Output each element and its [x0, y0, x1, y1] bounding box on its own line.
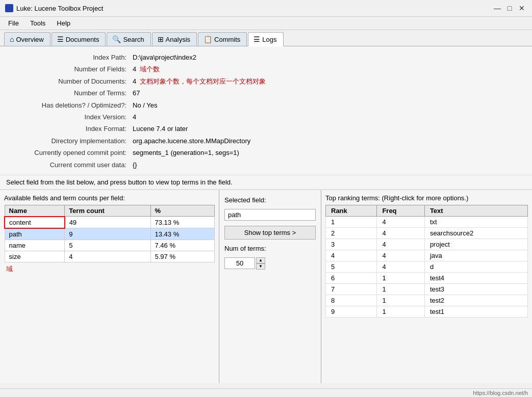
- text-cell: test3: [424, 283, 527, 295]
- rank-cell: 9: [326, 306, 377, 317]
- info-row-terms: Number of Terms: 67: [10, 87, 522, 99]
- spin-up-button[interactable]: ▲: [256, 257, 265, 263]
- label-num-fields: Number of Fields:: [10, 63, 133, 75]
- title-bar-left: Luke: Lucene Toolbox Project: [5, 4, 103, 12]
- minimize-button[interactable]: —: [492, 3, 502, 13]
- analysis-icon: ⊞: [158, 35, 164, 43]
- rank-cell: 8: [326, 295, 377, 306]
- col-termcount: Term count: [65, 205, 150, 217]
- menu-tools[interactable]: Tools: [25, 18, 50, 29]
- field-count-cell: 5: [65, 240, 150, 251]
- field-pct-cell: 73.13 %: [150, 217, 215, 228]
- label-index-path: Index Path:: [10, 51, 133, 63]
- table-row[interactable]: 34project: [326, 239, 528, 250]
- table-row[interactable]: 24searchsource2: [326, 227, 528, 239]
- status-text: https://blog.csdn.net/h: [473, 390, 528, 396]
- field-count-cell: 9: [65, 228, 150, 240]
- text-cell: searchsource2: [424, 227, 527, 239]
- menu-bar: File Tools Help: [0, 17, 532, 30]
- info-row-userdata: Current commit user data: {}: [10, 159, 522, 171]
- app-icon: [5, 4, 13, 12]
- tab-commits[interactable]: 📋 Commits: [198, 32, 247, 46]
- table-row[interactable]: name57.46 %: [5, 240, 215, 251]
- tab-documents[interactable]: ☰ Documents: [52, 32, 106, 46]
- table-row[interactable]: 71test3: [326, 283, 528, 295]
- label-directory: Directory implementation:: [10, 135, 133, 147]
- freq-cell: 4: [377, 227, 425, 239]
- freq-cell: 1: [377, 272, 425, 283]
- info-row-format: Index Format: Lucene 7.4 or later: [10, 123, 522, 135]
- freq-cell: 4: [377, 239, 425, 250]
- tab-analysis[interactable]: ⊞ Analysis: [152, 32, 197, 46]
- freq-cell: 1: [377, 306, 425, 317]
- rank-cell: 3: [326, 239, 377, 250]
- commits-icon: 📋: [204, 35, 212, 43]
- info-row-directory: Directory implementation: org.apache.luc…: [10, 135, 522, 147]
- selected-field-input[interactable]: [224, 209, 316, 221]
- table-row[interactable]: 91test1: [326, 306, 528, 317]
- tab-search[interactable]: 🔍 Search: [107, 32, 150, 46]
- middle-panel: Selected field: Show top terms > Num of …: [219, 190, 321, 383]
- field-pct-cell: 13.43 %: [150, 228, 215, 240]
- num-spinner: ▲ ▼: [256, 257, 265, 270]
- table-row[interactable]: size45.97 %: [5, 251, 215, 262]
- label-deletions: Has deletions? / Optimized?:: [10, 99, 133, 111]
- info-row-path: Index Path: D:\java\project\index2: [10, 51, 522, 63]
- freq-cell: 1: [377, 295, 425, 306]
- col-freq: Freq: [377, 205, 425, 216]
- close-button[interactable]: ✕: [517, 3, 527, 13]
- table-row[interactable]: 44java: [326, 250, 528, 261]
- value-commit-point: segments_1 (generation=1, segs=1): [133, 147, 239, 158]
- table-row[interactable]: 81test2: [326, 295, 528, 306]
- num-of-terms-input[interactable]: [224, 257, 255, 269]
- field-name-cell[interactable]: content: [5, 217, 65, 228]
- instruction-text: Select field from the list below, and pr…: [0, 175, 532, 190]
- value-index-version: 4: [133, 111, 136, 123]
- value-num-fields: 4: [133, 63, 140, 75]
- freq-cell: 4: [377, 216, 425, 227]
- col-name: Name: [5, 205, 65, 217]
- right-panel-title: Top ranking terms: (Right-click for more…: [325, 194, 528, 202]
- field-name-cell[interactable]: size: [5, 251, 65, 262]
- col-pct: %: [150, 205, 215, 217]
- label-index-format: Index Format:: [10, 123, 133, 135]
- value-index-path: D:\java\project\index2: [133, 51, 196, 63]
- tab-documents-label: Documents: [66, 36, 99, 43]
- table-row[interactable]: 61test4: [326, 272, 528, 283]
- logs-icon: ☰: [254, 35, 260, 43]
- tab-logs[interactable]: ☰ Logs: [248, 32, 283, 46]
- info-row-docs: Number of Documents: 4 文档对象个数，每个文档对应一个文档…: [10, 75, 522, 87]
- terms-table: Rank Freq Text 14txt24searchsource234pro…: [325, 205, 528, 317]
- text-cell: d: [424, 261, 527, 272]
- label-num-docs: Number of Documents:: [10, 75, 133, 87]
- menu-file[interactable]: File: [3, 18, 24, 29]
- tab-logs-label: Logs: [262, 36, 276, 43]
- table-row[interactable]: 14txt: [326, 216, 528, 227]
- status-bar: https://blog.csdn.net/h: [0, 388, 532, 397]
- table-row[interactable]: content4973.13 %: [5, 217, 215, 228]
- value-directory: org.apache.lucene.store.MMapDirectory: [133, 135, 250, 147]
- tab-bar: ⌂ Overview ☰ Documents 🔍 Search ⊞ Analys…: [0, 30, 532, 46]
- value-num-terms: 67: [133, 87, 140, 99]
- tab-overview-label: Overview: [16, 36, 43, 43]
- menu-help[interactable]: Help: [52, 18, 75, 29]
- text-cell: test4: [424, 272, 527, 283]
- field-name-cell[interactable]: name: [5, 240, 65, 251]
- value-index-format: Lucene 7.4 or later: [133, 123, 188, 135]
- title-bar-controls: — □ ✕: [492, 3, 527, 13]
- field-pct-cell: 5.97 %: [150, 251, 215, 262]
- label-commit-point: Currently opened commit point:: [10, 147, 133, 158]
- table-row[interactable]: path913.43 %: [5, 228, 215, 240]
- overview-icon: ⌂: [10, 35, 14, 43]
- info-section: Index Path: D:\java\project\index2 Numbe…: [0, 46, 532, 175]
- num-input-row: ▲ ▼: [224, 257, 316, 270]
- window-title: Luke: Lucene Toolbox Project: [16, 5, 103, 12]
- spin-down-button[interactable]: ▼: [256, 263, 265, 270]
- tab-overview[interactable]: ⌂ Overview: [4, 32, 50, 46]
- maximize-button[interactable]: □: [504, 3, 515, 13]
- table-row[interactable]: 54d: [326, 261, 528, 272]
- field-name-cell[interactable]: path: [5, 228, 65, 240]
- show-top-terms-button[interactable]: Show top terms >: [224, 226, 316, 240]
- selected-field-label: Selected field:: [224, 196, 316, 204]
- chinese-note: 域: [4, 264, 215, 274]
